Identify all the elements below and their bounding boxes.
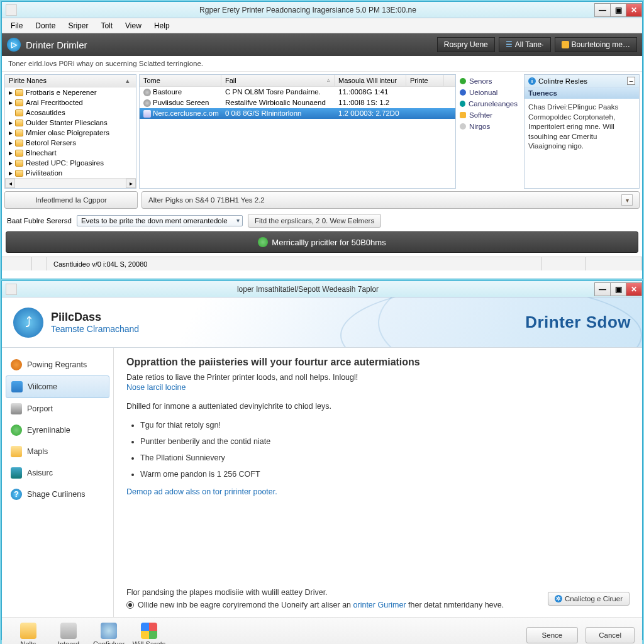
close-button[interactable]: ✕ (626, 3, 642, 17)
after-pigks-button[interactable]: Alter Pigks on S&4 0 71BH1 Yes 2.2▾ (142, 191, 640, 209)
cube-icon (11, 467, 22, 479)
tree-item: ▸Rested UPC: Plgoasires (5, 158, 136, 168)
menu-help[interactable]: Help (148, 21, 176, 30)
tree-item: ▸Piviliteation (5, 168, 136, 178)
tree-scrollbar-h[interactable]: ◂▸ (5, 178, 136, 188)
baat-label: Baat Fublre Serersd (7, 217, 72, 225)
app-icon (6, 284, 17, 295)
brand-logo-icon: ▷ (7, 38, 21, 52)
tree-panel: Pirite Nanes▴ ▸Frotbaris e Neperener ▸Ar… (4, 74, 136, 189)
power-icon (11, 359, 22, 370)
catalog-button[interactable]: ✲Cnalictog e Ciruer (548, 592, 630, 606)
minimize-button[interactable]: — (594, 3, 611, 17)
nav-item-powing[interactable]: Powing Regrants (6, 354, 109, 375)
tree-item: ▸Betorol Rersers (5, 138, 136, 148)
status-bar: Casntluideo v/0 i:04L S, 20080 (2, 257, 642, 270)
list-panel: Tome Fail▵ Masoula Will inteur Printe Ba… (139, 74, 456, 189)
cat-item[interactable]: Caruneleanges (458, 98, 519, 109)
folder-icon (15, 89, 23, 96)
merrically-bar[interactable]: Merricallly pricitler for 50B0hms (6, 231, 638, 253)
dot-icon (460, 112, 466, 118)
details-header: Colintre Resles (538, 77, 587, 85)
close-button[interactable]: ✕ (626, 282, 642, 296)
tree-list[interactable]: ▸Frotbaris e Neperener ▸Arai Frecritboct… (5, 87, 136, 178)
toolbar-alltime-button[interactable]: ☰All Tane· (499, 37, 551, 52)
menu-sriper[interactable]: Sriper (62, 21, 94, 30)
menu-tolt[interactable]: Tolt (94, 21, 119, 30)
app-window-1: Rgper Erety Printer Peadonacing Iragersi… (1, 1, 643, 279)
tree-item: ▸Acosautides (5, 108, 136, 118)
welcome-icon (11, 381, 23, 392)
filter-icon[interactable]: ▾ (621, 194, 633, 206)
nav-item-porport[interactable]: Porport (6, 398, 109, 419)
folder-icon (15, 170, 23, 177)
list-row[interactable]: Puviisduc Sereen Restalifve Wirbioalic N… (140, 97, 455, 108)
menu-bar: File Donte Sriper Tolt View Help (2, 18, 642, 33)
menu-file[interactable]: File (4, 21, 29, 30)
footer-willsarets[interactable]: Will Sarets (130, 623, 168, 645)
bullet-list: Tgu for thiat retoly sgn! Puntter benber… (140, 417, 630, 482)
folder-icon (15, 119, 23, 126)
folder-icon (15, 99, 23, 106)
maximize-button[interactable]: ▣ (610, 3, 626, 17)
bullet-item: Puntter benberily and the contid niate (140, 433, 630, 450)
info-icon: i (528, 77, 536, 85)
nav-item-asisurc[interactable]: Asisurc (6, 462, 109, 484)
ok-button[interactable]: Sence (526, 627, 579, 643)
maximize-button[interactable]: ▣ (610, 282, 626, 296)
infeolment-button[interactable]: Infeotlmend Ia Cgppor (4, 191, 138, 209)
minimize-button[interactable]: — (594, 282, 611, 296)
cat-item[interactable]: Ueionual (458, 87, 519, 98)
cat-item[interactable]: Sofhter (458, 109, 519, 121)
nav-item-vilcome[interactable]: Viilcome (6, 375, 109, 398)
folder-icon (15, 150, 23, 157)
find-button[interactable]: Fitd the erpslicars, 2 0. Wew Eelmers (248, 214, 381, 228)
gear-blue-icon: ✲ (555, 595, 562, 602)
cancel-button[interactable]: Cancel (586, 627, 635, 643)
footer-nelts[interactable]: Nelts (9, 623, 47, 645)
panel-min-button[interactable]: – (627, 77, 635, 85)
footer-confiuluer[interactable]: Confiuluer (90, 623, 128, 645)
dot-icon (460, 101, 465, 107)
cat-item[interactable]: Senors (458, 75, 519, 87)
footer-intoerd[interactable]: Intoerd (50, 623, 87, 645)
cat-item[interactable]: Nirgos (458, 121, 519, 132)
list-header[interactable]: Tome Fail▵ Masoula Will inteur Printe (140, 75, 455, 87)
nav-item-eyreniinable[interactable]: Eyreniinable (6, 419, 109, 441)
nav-item-mapls[interactable]: Mapls (6, 441, 109, 462)
nav-list: Powing Regrants Viilcome Porport Eyrenii… (2, 348, 114, 617)
folder-icon (15, 140, 23, 147)
details-tab[interactable]: Tuenecs (525, 87, 639, 99)
toolbar-rosy-button[interactable]: Rospry Uene (437, 37, 495, 52)
app-window-2: loper Imsathitatiel/Sepott Wedeasih 7apl… (1, 280, 643, 640)
list-row-selected[interactable]: Nerc.cerclusne.c.om 0 0i8 8G/S Rlninitor… (140, 108, 455, 119)
leaf-icon (11, 425, 22, 436)
demo-link[interactable]: Demop ad adow alss on tor pririnter poot… (126, 487, 630, 496)
globe-icon (101, 623, 117, 639)
toolbar: ▷ Drinter Drimler Rospry Uene ☰All Tane·… (2, 33, 642, 56)
content-area: Opprattion the paiisteries will your fou… (114, 348, 642, 617)
nav-item-shage[interactable]: ?Shage Curiinens (6, 484, 109, 505)
titlebar[interactable]: Rgper Erety Printer Peadonacing Iragersi… (2, 2, 642, 18)
folder-icon (11, 446, 22, 457)
status-text: Casntluideo v/0 i:04L S, 20080 (53, 260, 147, 268)
tree-scroll-up[interactable]: ▴ (123, 77, 132, 85)
help-icon: ? (11, 489, 22, 500)
events-select[interactable]: Evets to be prite the dovn ment omerante… (77, 215, 243, 226)
dot-icon (460, 123, 466, 130)
tree-item: ▸Arai Frecritbocted (5, 97, 136, 108)
more-link[interactable]: Nose larcil locine (126, 383, 186, 392)
dot-icon (460, 89, 466, 96)
toolbar-boutetoing-button[interactable]: Bourtetoing me… (555, 37, 637, 52)
hero-subtitle: Teamste Clramachand (51, 324, 139, 334)
tree-item: ▸Blnechart (5, 148, 136, 158)
titlebar-2[interactable]: loper Imsathitatiel/Sepott Wedeasih 7apl… (2, 281, 642, 297)
menu-view[interactable]: View (119, 21, 148, 30)
app-icon (6, 4, 17, 16)
inline-link[interactable]: orinter Gurimer (353, 601, 406, 609)
refresh-icon (258, 237, 268, 247)
gear-icon (143, 89, 151, 96)
tree-header: Pirite Nanes (9, 77, 47, 85)
menu-donte[interactable]: Donte (29, 21, 62, 30)
list-row[interactable]: Bastoure C PN OL8M Tosre Pandairne.11.:0… (140, 87, 455, 97)
